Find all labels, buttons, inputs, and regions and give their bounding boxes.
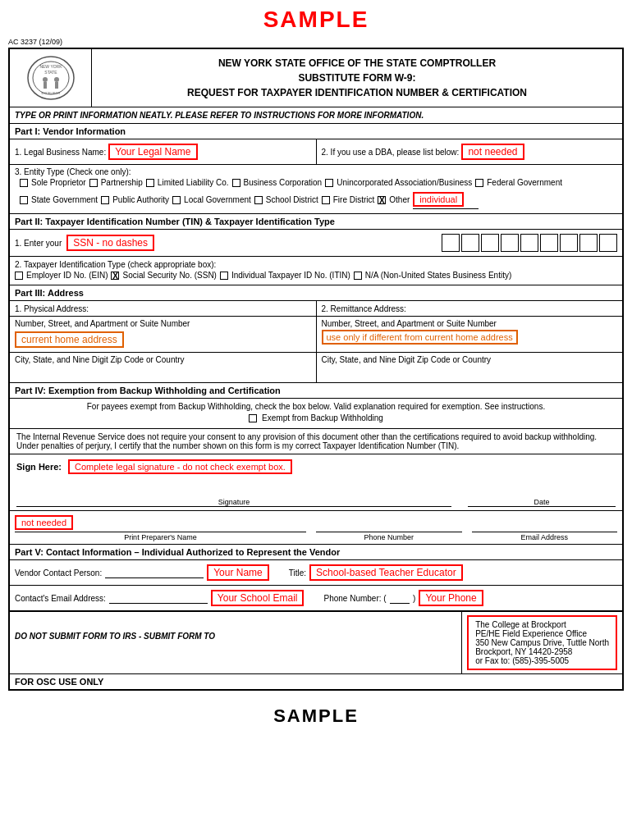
footer-line4: Brockport, NY 14420-2958 bbox=[475, 647, 609, 656]
header-title: NEW YORK STATE OFFICE OF THE STATE COMPT… bbox=[92, 49, 622, 107]
contact-email-value: Your School Email bbox=[211, 590, 305, 606]
signature-field: Signature bbox=[16, 482, 451, 507]
exempt-description: For payees exempt from Backup Withholdin… bbox=[16, 402, 616, 411]
itin-label: Individual Taxpayer ID No. (ITIN) bbox=[231, 271, 350, 280]
watermark-bottom: SAMPLE bbox=[0, 699, 632, 733]
cb-ein bbox=[15, 272, 23, 280]
date-space bbox=[468, 482, 616, 497]
vendor-name-value: Your Name bbox=[207, 564, 269, 581]
contact-email-label: Contact's Email Address: bbox=[15, 594, 106, 603]
tin-type-row: 2. Taxpayer Identification Type (check a… bbox=[10, 257, 622, 285]
street-row: Number, Street, and Apartment or Suite N… bbox=[10, 317, 622, 353]
date-label: Date bbox=[468, 498, 616, 506]
preparer-col: not needed Print Preparer's Name bbox=[15, 514, 306, 541]
other-value: individual bbox=[413, 192, 464, 207]
cb-ssn-checked: X bbox=[111, 272, 119, 280]
tin-boxes bbox=[442, 234, 617, 252]
svg-text:EXCELSIOR: EXCELSIOR bbox=[41, 91, 60, 95]
remittance-label: 2. Remittance Address: bbox=[322, 304, 406, 313]
tin-type-checkboxes: Employer ID No. (EIN) XSocial Security N… bbox=[15, 269, 617, 281]
tin-box-9 bbox=[599, 234, 617, 252]
cb-school bbox=[254, 196, 263, 204]
remittance-city-label: City, State, and Nine Digit Zip Code or … bbox=[322, 355, 618, 364]
title-value: School-based Teacher Educator bbox=[309, 564, 463, 581]
osc-row: FOR OSC USE ONLY bbox=[10, 673, 622, 689]
ny-seal-icon: NEW YORK STATE EXCELSIOR bbox=[22, 53, 80, 103]
cb-na bbox=[354, 272, 362, 280]
part1-row1: 1. Legal Business Name: Your Legal Name … bbox=[10, 139, 622, 165]
ein-label: Employer ID No. (EIN) bbox=[26, 271, 108, 280]
preparer-value: not needed bbox=[15, 515, 73, 530]
sign-line-row: Signature Date bbox=[16, 482, 616, 507]
fed-label: Federal Government bbox=[487, 178, 562, 187]
exempt-label: Exempt from Backup Withholding bbox=[262, 413, 383, 422]
cert-text: The Internal Revenue Service does not re… bbox=[10, 429, 622, 454]
part4-exempt-text: For payees exempt from Backup Withholdin… bbox=[10, 399, 622, 429]
dba-col: 2. If you use a DBA, please list below: … bbox=[317, 139, 623, 164]
physical-address-value: current home address bbox=[15, 331, 124, 348]
city-row: City, State, and Nine Digit Zip Code or … bbox=[10, 353, 622, 383]
email-contact-row: Contact's Email Address: Your School Ema… bbox=[10, 586, 622, 611]
cb-other-checked: X bbox=[378, 196, 386, 204]
sign-row: Sign Here: Complete legal signature - do… bbox=[10, 454, 622, 511]
part3-header: Part III: Address bbox=[10, 285, 622, 301]
tin-box-4 bbox=[501, 234, 519, 252]
cb-bizc bbox=[232, 179, 240, 187]
tin-row: 1. Enter your SSN - no dashes bbox=[10, 230, 622, 257]
cb-itin bbox=[220, 272, 228, 280]
logo-area: NEW YORK STATE EXCELSIOR bbox=[10, 49, 92, 107]
svg-point-6 bbox=[54, 77, 59, 82]
submit-label: DO NOT SUBMIT FORM TO IRS - SUBMIT FORM … bbox=[15, 615, 456, 657]
cb-exempt bbox=[249, 414, 257, 422]
legal-name-value: Your Legal Name bbox=[108, 144, 197, 160]
email-col: Email Address bbox=[472, 518, 618, 541]
dba-value: not needed bbox=[461, 144, 524, 160]
preparer-label: Print Preparer's Name bbox=[15, 533, 306, 541]
pub-label: Public Authority bbox=[112, 195, 169, 204]
phone-col: Phone Number bbox=[316, 518, 462, 541]
vendor-contact-spacer bbox=[105, 568, 204, 578]
cb-state bbox=[20, 196, 28, 204]
state-label: State Government bbox=[31, 195, 98, 204]
school-dist-label: School District bbox=[266, 195, 318, 204]
vendor-contact-row: Vendor Contact Person: Your Name Title: … bbox=[10, 560, 622, 586]
tin-boxes-container bbox=[442, 234, 617, 252]
remittance-street-label: Number, Street, and Apartment or Suite N… bbox=[322, 319, 618, 328]
sign-here-container: Sign Here: Complete legal signature - do… bbox=[16, 458, 616, 476]
legal-name-label: 1. Legal Business Name: bbox=[15, 148, 106, 157]
ac-number: AC 3237 (12/09) bbox=[8, 38, 624, 46]
ssn-label: Social Security No. (SSN) bbox=[122, 271, 216, 280]
cb-llc bbox=[146, 179, 154, 187]
physical-city-col: City, State, and Nine Digit Zip Code or … bbox=[10, 353, 317, 382]
physical-street-label: Number, Street, and Apartment or Suite N… bbox=[15, 319, 311, 328]
svg-rect-5 bbox=[44, 82, 47, 89]
submit-address-box: The College at Brockport PE/HE Field Exp… bbox=[467, 615, 617, 670]
date-field: Date bbox=[468, 482, 616, 507]
footer-address: The College at Brockport PE/HE Field Exp… bbox=[462, 612, 622, 673]
sole-prop-label: Sole Proprietor bbox=[31, 178, 86, 187]
unincorp-label: Unincorporated Association/Business bbox=[337, 178, 472, 187]
tin-entry-label: 1. Enter your bbox=[15, 239, 62, 248]
svg-rect-7 bbox=[55, 82, 58, 89]
header-row: NEW YORK STATE EXCELSIOR NEW YORK STATE … bbox=[10, 49, 622, 107]
physical-street-col: Number, Street, and Apartment or Suite N… bbox=[10, 317, 317, 352]
legal-name-col: 1. Legal Business Name: Your Legal Name bbox=[10, 139, 317, 164]
local-label: Local Government bbox=[184, 195, 251, 204]
cb-sole-prop bbox=[20, 179, 28, 187]
fire-label: Fire District bbox=[333, 195, 375, 204]
close-paren: ) bbox=[413, 594, 415, 603]
remittance-label-col: 2. Remittance Address: bbox=[317, 301, 623, 316]
header-title-line2: SUBSTITUTE FORM W-9: bbox=[95, 71, 619, 85]
partnership-label: Partnership bbox=[101, 178, 143, 187]
tin-value: SSN - no dashes bbox=[66, 235, 154, 251]
tin-box-8 bbox=[579, 234, 598, 252]
dba-label: 2. If you use a DBA, please list below: bbox=[322, 148, 460, 157]
remittance-street-col: Number, Street, and Apartment or Suite N… bbox=[317, 317, 623, 352]
cb-fire bbox=[322, 196, 330, 204]
cb-partnership bbox=[89, 179, 98, 187]
bizc-label: Business Corporation bbox=[244, 178, 323, 187]
cb-local bbox=[172, 196, 181, 204]
entity-type-label: 3. Entity Type (Check one only): bbox=[15, 167, 617, 176]
footer-line5: or Fax to: (585)-395-5005 bbox=[475, 656, 609, 665]
na-label: N/A (Non-United States Business Entity) bbox=[365, 271, 511, 280]
